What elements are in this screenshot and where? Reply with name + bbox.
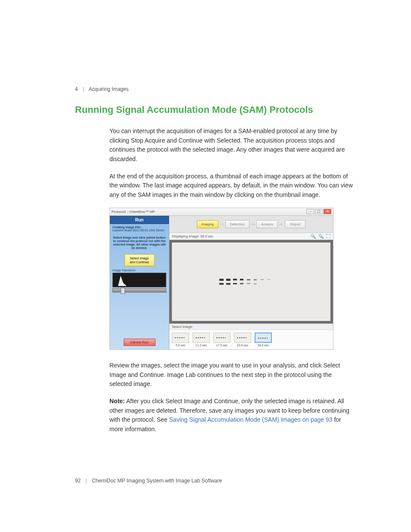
thumbnail-item[interactable]: 17.5 sec — [213, 333, 230, 347]
header-separator: | — [83, 86, 84, 92]
run-header: Run — [110, 216, 169, 224]
step-detection-button[interactable]: Detection — [225, 220, 249, 228]
workflow-steps: Imaging ⇨ Detection ⇨ Analyze ⇨ Report — [169, 216, 333, 233]
thumbnail-preview — [255, 333, 272, 343]
close-icon[interactable]: ✕ — [324, 209, 331, 214]
displaying-image-label: Displaying Image: 30.0 sec — [172, 234, 213, 238]
window-titlebar: Protocol1 - ChemiDoc™ MP – ▢ ✕ — [110, 208, 333, 216]
thumbnail-label: 5.0 sec — [176, 344, 186, 347]
cancel-run-button[interactable]: Cancel Run — [124, 339, 156, 346]
page-number: 92 — [75, 478, 81, 484]
gel-image — [172, 243, 330, 321]
fit-screen-icon[interactable]: ⛶ — [326, 234, 330, 239]
thumbnail-label: 11.2 sec — [196, 344, 207, 347]
instruction-text: Select image and click yellow button to … — [110, 233, 169, 252]
paragraph-2: At the end of the acquisition process, a… — [109, 172, 355, 200]
thumbnail-item[interactable]: 11.2 sec — [193, 333, 210, 347]
select-image-continue-button[interactable]: Select Image and Continue — [125, 254, 155, 266]
document-title: ChemiDoc MP Imaging System with Image La… — [92, 478, 222, 484]
running-header: 4 | Acquiring Images — [75, 86, 355, 92]
thumbnail-label: 23.8 sec — [237, 344, 248, 347]
chapter-title: Acquiring Images — [89, 86, 129, 92]
arrow-icon: ⇨ — [220, 222, 224, 227]
thumbnail-item[interactable]: 23.8 sec — [234, 333, 251, 347]
thumbnail-item[interactable]: 30.0 sec — [255, 333, 272, 347]
histogram-slider[interactable] — [112, 288, 166, 292]
minimize-icon[interactable]: – — [306, 209, 314, 214]
creating-file-label: Creating Image File: — [112, 226, 166, 229]
creating-file-value: Laureen Asato 2012-05-01 16hr 50min — [112, 229, 166, 232]
step-analyze-button[interactable]: Analyze — [256, 220, 278, 228]
step-imaging-button[interactable]: Imaging — [197, 220, 218, 228]
right-panel: Imaging ⇨ Detection ⇨ Analyze ⇨ Report D… — [169, 216, 333, 349]
zoom-in-icon[interactable]: 🔍 — [311, 234, 316, 239]
maximize-icon[interactable]: ▢ — [315, 209, 323, 214]
image-transform-label: Image Transform: — [110, 268, 169, 272]
embedded-screenshot: Protocol1 - ChemiDoc™ MP – ▢ ✕ Run Creat… — [109, 208, 333, 350]
thumbnail-strip: 5.0 sec 11.2 sec 17.5 sec 23.8 sec 30.0 … — [169, 330, 333, 349]
cross-reference-link[interactable]: Saving Signal Accumulation Mode (SAM) Im… — [169, 416, 333, 423]
arrow-icon: ⇨ — [251, 222, 255, 227]
paragraph-1: You can interrupt the acquisition of ima… — [109, 127, 355, 164]
thumbnail-preview — [234, 333, 251, 343]
window-title-text: Protocol1 - ChemiDoc™ MP — [112, 210, 305, 214]
select-image-label: Select Image: — [169, 324, 333, 330]
thumbnail-preview — [172, 333, 189, 343]
paragraph-3: Review the images, select the image you … — [109, 361, 355, 389]
arrow-icon: ⇨ — [280, 222, 283, 227]
step-report-button[interactable]: Report — [285, 220, 305, 228]
chapter-number: 4 — [75, 86, 78, 92]
main-image-viewer[interactable] — [169, 240, 333, 324]
histogram-display — [112, 273, 166, 287]
thumbnail-preview — [213, 333, 230, 343]
left-panel: Run Creating Image File: Laureen Asato 2… — [110, 216, 169, 349]
note-label: Note: — [109, 398, 125, 404]
page-footer: 92 | ChemiDoc MP Imaging System with Ima… — [75, 478, 222, 484]
footer-separator: | — [86, 478, 87, 484]
thumbnail-preview — [193, 333, 210, 343]
thumbnail-item[interactable]: 5.0 sec — [172, 333, 189, 347]
thumbnail-label: 17.5 sec — [216, 344, 227, 347]
thumbnail-label: 30.0 sec — [258, 344, 269, 347]
note-paragraph: Note: After you click Select Image and C… — [109, 397, 355, 434]
zoom-out-icon[interactable]: 🔍 — [318, 234, 324, 239]
section-heading: Running Signal Accumulation Mode (SAM) P… — [75, 104, 355, 115]
